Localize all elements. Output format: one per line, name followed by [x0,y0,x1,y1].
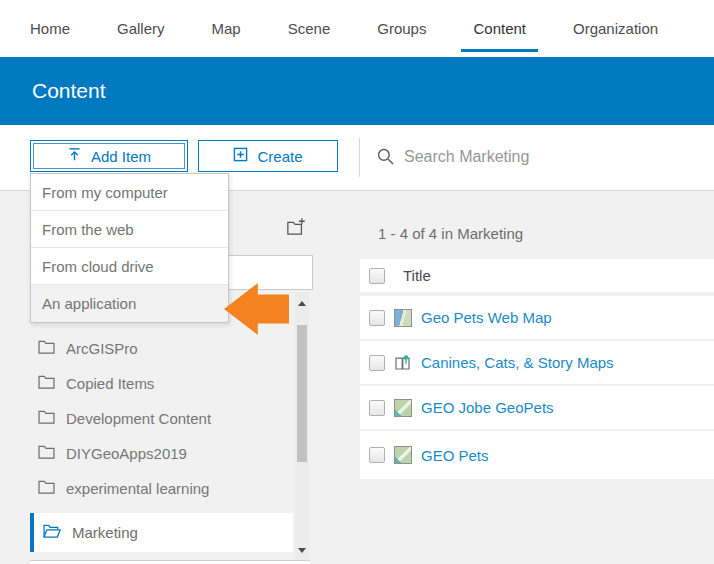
table-row[interactable]: GEO Pets [360,431,714,479]
menu-item-from-cloud-drive[interactable]: From cloud drive [31,248,228,285]
sidebar-bottom-divider [30,560,310,564]
new-folder-icon[interactable] [285,217,307,239]
item-title-link[interactable]: Geo Pets Web Map [421,309,552,326]
nav-item-gallery[interactable]: Gallery [117,0,165,57]
menu-item-from-my-computer[interactable]: From my computer [31,174,228,211]
page-banner: Content [0,57,714,125]
folder-label: DIYGeoApps2019 [66,445,187,462]
folder-icon [38,340,55,357]
results-count: 1 - 4 of 4 in Marketing [378,225,523,242]
nav-item-groups[interactable]: Groups [377,0,426,57]
nav-item-organization[interactable]: Organization [573,0,658,57]
folder-icon [38,375,55,392]
row-checkbox[interactable] [369,355,385,371]
folder-icon [38,480,55,497]
sidebar-folder-diygeoapps2019[interactable]: DIYGeoApps2019 [30,436,293,471]
title-column-header[interactable]: Title [403,267,431,284]
folder-icon [38,445,55,462]
add-item-button[interactable]: Add Item [30,140,188,172]
folder-label: ArcGISPro [66,340,138,357]
folder-label: Development Content [66,410,211,427]
search-input[interactable] [404,141,694,173]
sidebar-folder-marketing[interactable]: Marketing [30,513,293,552]
scroll-up-icon[interactable] [298,301,306,306]
page-title: Content [32,79,106,103]
nav-item-content[interactable]: Content [473,0,526,57]
create-button[interactable]: Create [198,140,338,172]
nav-item-scene[interactable]: Scene [288,0,331,57]
row-checkbox[interactable] [369,447,385,463]
story-map-icon [394,354,412,372]
upload-icon [67,147,82,165]
nav-item-home[interactable]: Home [30,0,70,57]
nav-item-map[interactable]: Map [212,0,241,57]
top-nav: Home Gallery Map Scene Groups Content Or… [0,0,714,57]
menu-item-from-the-web[interactable]: From the web [31,211,228,248]
plus-square-icon [233,147,248,165]
search-icon [376,147,395,170]
web-map-icon [394,399,412,417]
folder-label: experimental learning [66,480,209,497]
row-checkbox[interactable] [369,400,385,416]
add-item-dropdown: From my computer From the web From cloud… [30,173,229,323]
folder-icon [38,410,55,427]
menu-item-an-application[interactable]: An application [31,285,228,322]
table-header-row: Title [360,259,714,296]
open-folder-icon [43,524,61,541]
item-title-link[interactable]: GEO Jobe GeoPets [421,399,554,416]
row-checkbox[interactable] [369,310,385,326]
table-row[interactable]: Geo Pets Web Map [360,296,714,341]
sidebar-folder-development-content[interactable]: Development Content [30,401,293,436]
item-title-link[interactable]: Canines, Cats, & Story Maps [421,354,614,371]
sidebar-folder-arcgispro[interactable]: ArcGISPro [30,331,293,366]
table-row[interactable]: Canines, Cats, & Story Maps [360,341,714,386]
item-title-link[interactable]: GEO Pets [421,447,489,464]
sidebar-folder-experimental-learning[interactable]: experimental learning [30,471,293,506]
sidebar-folder-copied-items[interactable]: Copied Items [30,366,293,401]
web-map-icon [394,309,412,327]
add-item-label: Add Item [91,148,151,165]
folder-label: Copied Items [66,375,154,392]
web-map-icon [394,446,412,464]
select-all-checkbox[interactable] [369,268,385,284]
items-table: Title Geo Pets Web Map Canines, Cats, & … [360,259,714,479]
scroll-down-icon[interactable] [298,548,306,553]
create-label: Create [257,148,302,165]
table-row[interactable]: GEO Jobe GeoPets [360,386,714,431]
folder-label: Marketing [72,524,138,541]
sidebar-scrollbar[interactable] [295,292,309,560]
toolbar-divider [359,138,360,177]
scrollbar-thumb[interactable] [297,325,307,462]
